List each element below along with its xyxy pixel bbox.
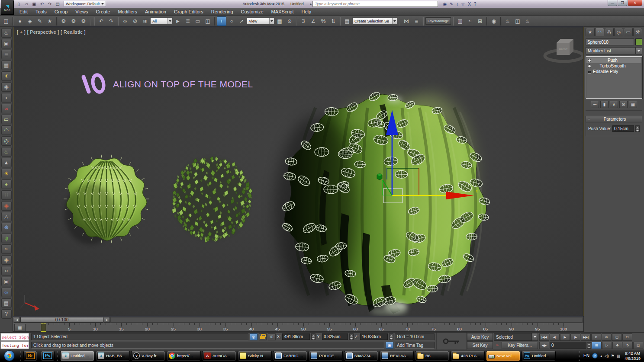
modifier-stack-row[interactable]: Push xyxy=(586,58,641,63)
camera-icon[interactable]: ◉ xyxy=(1,82,12,92)
viewport-3d-scene[interactable]: xFRONT xyxy=(13,27,583,316)
rendered-frame-window-icon[interactable]: ◫ xyxy=(513,16,522,26)
taskbar-app-autocad[interactable]: AAutoCA... xyxy=(202,351,236,361)
render-teapot-icon[interactable]: ♨ xyxy=(1,28,12,38)
cactus-spikes-model[interactable] xyxy=(171,156,252,243)
sphere-icon[interactable]: ● xyxy=(1,179,12,189)
menu-help[interactable]: Help xyxy=(298,9,316,14)
curve-editor-icon[interactable]: ≈ xyxy=(465,16,475,26)
script-listener-icon[interactable]: ≣ xyxy=(1,50,12,59)
select-and-link-icon[interactable]: ∞ xyxy=(120,16,130,26)
selection-lock-toggle[interactable] xyxy=(259,333,267,340)
cactus-solid-model[interactable] xyxy=(64,155,149,244)
chevron-down-icon[interactable] xyxy=(269,18,274,24)
play-button[interactable]: ▶ xyxy=(560,333,570,341)
help-menu-icon[interactable]: ? xyxy=(474,2,477,6)
taskbar-app-3dsmax[interactable]: 3Untitled ... xyxy=(60,351,94,361)
key-set-dropdown[interactable]: Selected xyxy=(494,333,538,341)
minimize-button[interactable]: — xyxy=(608,0,617,6)
menu-rendering[interactable]: Rendering xyxy=(207,9,237,14)
editable-poly-icon[interactable] xyxy=(588,70,591,74)
object-color-swatch[interactable] xyxy=(635,38,642,45)
sun-icon[interactable]: ☀ xyxy=(1,169,12,178)
utilities-tab[interactable]: ⚒ xyxy=(633,28,642,36)
brush-icon[interactable]: ✎ xyxy=(35,16,45,26)
z-coordinate-field[interactable]: 16.833cm xyxy=(360,333,388,340)
modifier-enabled-bulb-icon[interactable] xyxy=(588,64,591,68)
menu-modifiers[interactable]: Modifiers xyxy=(114,9,141,14)
track-bar[interactable]: ▦ 05101520253035404550556065707580859095… xyxy=(13,323,583,332)
menu-edit[interactable]: Edit xyxy=(16,9,32,14)
redo-icon[interactable]: ↷ xyxy=(47,2,53,6)
taskbar-app-image[interactable]: 69a3774... xyxy=(344,351,378,361)
volume-icon[interactable]: ◁) xyxy=(605,354,609,358)
scatter-icon[interactable]: ❋ xyxy=(1,223,12,232)
unlink-selection-icon[interactable]: ⊘ xyxy=(130,16,140,26)
menu-views[interactable]: Views xyxy=(71,9,92,14)
select-object-icon[interactable]: ► xyxy=(173,16,183,26)
chevron-down-icon[interactable] xyxy=(392,18,397,24)
dome-icon[interactable]: ◠ xyxy=(1,125,12,135)
star-link-icon[interactable]: ★ xyxy=(45,16,55,26)
teapot-wire-icon[interactable]: ♨ xyxy=(1,147,12,157)
language-indicator[interactable]: EN xyxy=(583,353,589,358)
snap-toggle-icon[interactable]: 3 xyxy=(299,16,308,26)
open-file-icon[interactable]: ▱ xyxy=(23,2,29,6)
project-folder-icon[interactable]: ▤ xyxy=(55,2,61,6)
maxscript-mini-listener[interactable]: select $Sph Testing for xyxy=(0,333,29,349)
network-icon[interactable]: ▤ xyxy=(617,354,621,358)
pin-stack-button[interactable]: ⊸ xyxy=(591,101,599,108)
eye-icon[interactable]: ◉ xyxy=(1,255,12,265)
listener-line-1[interactable]: select $Sph xyxy=(0,333,29,341)
modifier-enabled-bulb-icon[interactable] xyxy=(588,59,591,62)
select-and-scale-icon[interactable]: ↗ xyxy=(237,16,246,26)
spinner-snap-icon[interactable]: ⇅ xyxy=(328,16,338,26)
help-icon[interactable]: ? xyxy=(1,309,12,319)
pyramid-icon[interactable]: △ xyxy=(1,212,12,221)
next-frame-arrow-button[interactable]: ▸ xyxy=(104,317,110,323)
notes-icon[interactable]: ▤ xyxy=(1,298,12,308)
push-value-spinner[interactable] xyxy=(635,125,640,132)
isolate-selection-toggle[interactable]: ◎ xyxy=(250,333,258,340)
orbit-icon[interactable]: ↻ xyxy=(623,342,633,349)
grass-icon[interactable]: ψ xyxy=(1,234,12,243)
modify-tab[interactable]: ◠ xyxy=(595,28,604,36)
menu-tools[interactable]: Tools xyxy=(32,9,51,14)
next-frame-button[interactable]: |▶ xyxy=(570,333,580,341)
new-file-icon[interactable]: ▯ xyxy=(16,2,22,6)
align-icon[interactable]: ≡ xyxy=(412,16,421,26)
edit-named-selection-icon[interactable]: ▤ xyxy=(342,16,352,26)
array-icon[interactable]: ∷ xyxy=(1,190,12,200)
time-slider-handle[interactable]: 0 / 100 xyxy=(20,317,103,323)
exchange-icon[interactable]: X xyxy=(468,2,471,6)
menu-create[interactable]: Create xyxy=(92,9,114,14)
auto-key-button[interactable]: Auto Key xyxy=(467,333,493,341)
modifier-stack-row[interactable]: TurboSmooth xyxy=(586,63,641,69)
taskbar-app-drive[interactable]: New Vol... xyxy=(486,351,520,361)
bind-to-space-warp-icon[interactable]: ≋ xyxy=(140,16,150,26)
selection-filter-dropdown[interactable]: All xyxy=(150,17,173,25)
modifier-stack-row[interactable]: Editable Poly xyxy=(586,69,641,74)
spreadsheet-icon[interactable]: ▦ xyxy=(1,61,12,70)
white-sphere-icon[interactable]: ○ xyxy=(1,266,12,276)
taskbar-app-vray[interactable]: VV-Ray fr... xyxy=(131,351,165,361)
reference-coordinate-dropdown[interactable]: View xyxy=(247,17,274,25)
select-and-move-icon[interactable]: + xyxy=(217,16,226,26)
menu-customize[interactable]: Customize xyxy=(237,9,267,14)
menu-group[interactable]: Group xyxy=(51,9,72,14)
taskbar-app-3dsmax[interactable]: 3HAB_B6... xyxy=(96,351,130,361)
gear-forward-icon[interactable]: ⚙ xyxy=(79,16,88,26)
blue-spheres-icon[interactable]: ∞ xyxy=(1,288,12,297)
shadow-half-icon[interactable]: ◗ xyxy=(1,93,12,103)
go-to-start-button[interactable]: |◀◀ xyxy=(539,333,549,341)
push-value-field[interactable]: 0.15cm xyxy=(612,125,634,132)
x-spinner[interactable] xyxy=(311,333,316,340)
chevron-down-icon[interactable] xyxy=(167,18,172,24)
undo-icon[interactable]: ↶ xyxy=(39,2,45,6)
close-button[interactable]: ✕ xyxy=(628,0,642,6)
hierarchy-tab[interactable]: ⁂ xyxy=(605,28,614,36)
zoom-extents-all-icon[interactable]: ⊡ xyxy=(622,333,632,341)
mini-curve-editor-button[interactable]: ▦ xyxy=(14,324,26,331)
modifier-list-dropdown[interactable]: Modifier List xyxy=(586,47,642,54)
time-slider-track[interactable] xyxy=(110,317,583,323)
